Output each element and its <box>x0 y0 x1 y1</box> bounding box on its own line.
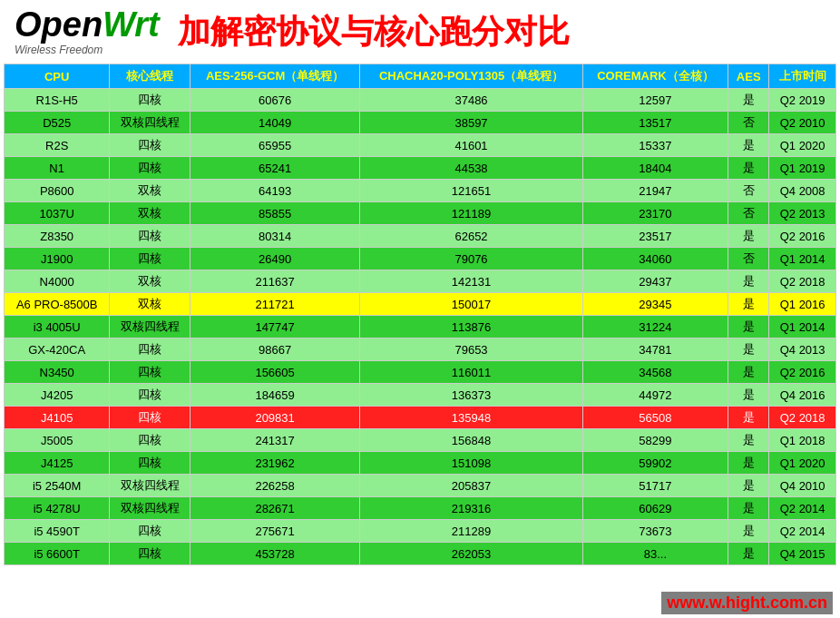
table-row: 1037U双核8585512118923170否Q2 2013 <box>5 202 836 225</box>
table-cell: 23170 <box>582 202 728 225</box>
table-cell: Q2 2018 <box>769 407 836 429</box>
table-cell: 是 <box>728 384 769 407</box>
table-cell: P8600 <box>5 180 110 202</box>
table-cell: 79076 <box>360 248 582 270</box>
table-cell: 双核四线程 <box>110 316 190 338</box>
table-cell: 211637 <box>190 270 360 293</box>
table-cell: 65241 <box>190 157 360 180</box>
table-row: J4125四核23196215109859902是Q1 2020 <box>5 452 836 475</box>
table-cell: 275671 <box>190 520 360 543</box>
col-cores: 核心线程 <box>110 64 190 89</box>
table-cell: Q2 2016 <box>769 225 836 248</box>
table-cell: 双核 <box>110 293 190 316</box>
table-cell: Q1 2016 <box>769 293 836 316</box>
table-cell: 184659 <box>190 384 360 407</box>
page-title: 加解密协议与核心跑分对比 <box>178 10 570 54</box>
logo-text: OpenWrt <box>15 7 160 42</box>
table-cell: Q4 2016 <box>769 384 836 407</box>
table-cell: 否 <box>728 202 769 225</box>
table-cell: 四核 <box>110 134 190 157</box>
table-cell: 18404 <box>582 157 728 180</box>
logo: OpenWrt Wireless Freedom <box>15 7 160 56</box>
table-row: J5005四核24131715684858299是Q1 2018 <box>5 429 836 452</box>
logo-open: Open <box>15 5 103 44</box>
table-cell: 是 <box>728 475 769 497</box>
table-cell: J1900 <box>5 248 110 270</box>
table-cell: 51717 <box>582 475 728 497</box>
table-row: i5 4278U双核四线程28267121931660629是Q2 2014 <box>5 497 836 520</box>
table-cell: 31224 <box>582 316 728 338</box>
table-cell: 双核四线程 <box>110 112 190 134</box>
table-cell: 是 <box>728 293 769 316</box>
table-row: J4105四核20983113594856508是Q2 2018 <box>5 407 836 429</box>
table-row: D525双核四线程140493859713517否Q2 2010 <box>5 112 836 134</box>
table-cell: 34568 <box>582 361 728 384</box>
table-cell: 219316 <box>360 497 582 520</box>
table-cell: 56508 <box>582 407 728 429</box>
table-cell: 是 <box>728 429 769 452</box>
table-cell: 282671 <box>190 497 360 520</box>
table-cell: 四核 <box>110 543 190 565</box>
col-aes-support: AES <box>728 64 769 89</box>
table-cell: 231962 <box>190 452 360 475</box>
table-cell: 241317 <box>190 429 360 452</box>
table-cell: 150017 <box>360 293 582 316</box>
table-cell: 双核四线程 <box>110 475 190 497</box>
table-cell: 双核四线程 <box>110 497 190 520</box>
table-cell: Q2 2014 <box>769 520 836 543</box>
table-cell: 209831 <box>190 407 360 429</box>
col-coremark: COREMARK（全核） <box>582 64 728 89</box>
table-cell: 41601 <box>360 134 582 157</box>
table-row: P8600双核6419312165121947否Q4 2008 <box>5 180 836 202</box>
logo-wrt: Wrt <box>103 5 160 44</box>
table-cell: Q2 2019 <box>769 89 836 112</box>
table-cell: 116011 <box>360 361 582 384</box>
table-cell: 262053 <box>360 543 582 565</box>
table-cell: 是 <box>728 338 769 361</box>
table-cell: 是 <box>728 452 769 475</box>
table-cell: 59902 <box>582 452 728 475</box>
table-cell: 34060 <box>582 248 728 270</box>
table-cell: 121189 <box>360 202 582 225</box>
table-cell: 是 <box>728 361 769 384</box>
table-cell: 23517 <box>582 225 728 248</box>
table-cell: 211289 <box>360 520 582 543</box>
table-cell: 否 <box>728 180 769 202</box>
table-cell: 62652 <box>360 225 582 248</box>
table-cell: 否 <box>728 112 769 134</box>
table-cell: 是 <box>728 316 769 338</box>
table-row: Z8350四核803146265223517是Q2 2016 <box>5 225 836 248</box>
header: OpenWrt Wireless Freedom 加解密协议与核心跑分对比 <box>0 0 840 64</box>
table-cell: 四核 <box>110 361 190 384</box>
table-cell: 142131 <box>360 270 582 293</box>
table-cell: i5 4278U <box>5 497 110 520</box>
table-row: R2S四核659554160115337是Q1 2020 <box>5 134 836 157</box>
col-release: 上市时间 <box>769 64 836 89</box>
table-cell: 四核 <box>110 89 190 112</box>
table-row: i3 4005U双核四线程14774711387631224是Q1 2014 <box>5 316 836 338</box>
table-cell: Q1 2019 <box>769 157 836 180</box>
table-cell: Q1 2020 <box>769 134 836 157</box>
table-cell: 156848 <box>360 429 582 452</box>
table-cell: Q2 2013 <box>769 202 836 225</box>
table-cell: 65955 <box>190 134 360 157</box>
table-cell: J5005 <box>5 429 110 452</box>
table-cell: 12597 <box>582 89 728 112</box>
table-cell: 80314 <box>190 225 360 248</box>
table-cell: J4105 <box>5 407 110 429</box>
table-cell: 四核 <box>110 520 190 543</box>
table-cell: 四核 <box>110 225 190 248</box>
table-cell: 15337 <box>582 134 728 157</box>
table-cell: i3 4005U <box>5 316 110 338</box>
table-cell: Q4 2010 <box>769 475 836 497</box>
table-row: A6 PRO-8500B双核21172115001729345是Q1 2016 <box>5 293 836 316</box>
table-row: i5 6600T四核45372826205383...是Q4 2015 <box>5 543 836 565</box>
table-cell: 双核 <box>110 202 190 225</box>
table-cell: 98667 <box>190 338 360 361</box>
table-cell: 147747 <box>190 316 360 338</box>
table-cell: Q4 2015 <box>769 543 836 565</box>
table-cell: 是 <box>728 89 769 112</box>
table-cell: 226258 <box>190 475 360 497</box>
table-cell: N3450 <box>5 361 110 384</box>
table-cell: Q2 2018 <box>769 270 836 293</box>
